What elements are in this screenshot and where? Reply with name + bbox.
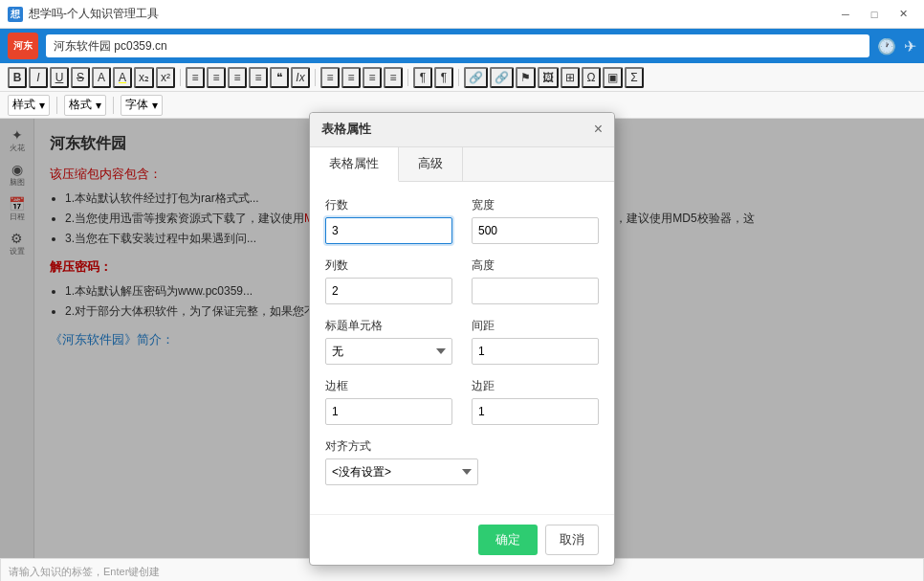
toolbar: B I U S A A x₂ x² ≡ ≡ ≡ ≡ ❝ Ix ≡ ≡ ≡ ≡ ¶… [0, 63, 924, 92]
italic-button[interactable]: I [29, 67, 48, 88]
paragraph2-button[interactable]: ¶ [434, 67, 453, 88]
height-input[interactable] [472, 278, 599, 304]
subscript-button[interactable]: x₂ [134, 67, 154, 88]
padding-input[interactable] [472, 398, 599, 425]
window-controls: ─ □ ✕ [832, 4, 916, 25]
modal-title: 表格属性 [321, 121, 371, 138]
list-unordered-button[interactable]: ≡ [207, 67, 226, 88]
modal-body: 行数 宽度 列数 高度 [310, 182, 614, 514]
flag-button[interactable]: ⚑ [516, 67, 536, 88]
rows-label: 行数 [325, 197, 452, 213]
spacing-input[interactable] [472, 338, 599, 365]
paragraph-button[interactable]: ¶ [413, 67, 432, 88]
font-arrow: ▾ [152, 99, 158, 112]
format-arrow: ▾ [96, 99, 101, 112]
modal-close-button[interactable]: × [594, 122, 603, 137]
sep5 [56, 97, 57, 114]
style-select[interactable]: 样式 ▾ [8, 95, 50, 116]
rows-group: 行数 [325, 197, 452, 244]
form-row-2: 列数 高度 [325, 257, 599, 304]
app-icon: 想 [8, 7, 23, 22]
align-select[interactable]: <没有设置> 左对齐 居中 右对齐 [325, 458, 478, 485]
header-group: 标题单元格 无 第一行 第一列 两者 [325, 318, 452, 365]
blockquote-button[interactable]: ❝ [270, 67, 289, 88]
border-input[interactable] [325, 398, 452, 425]
table-button[interactable]: ⊞ [561, 67, 580, 88]
table-properties-dialog: 表格属性 × 表格属性 高级 行数 [309, 112, 615, 566]
form-row-4: 边框 边距 [325, 378, 599, 425]
padding-label: 边距 [472, 378, 599, 394]
title-bar-left: 想 想学吗-个人知识管理工具 [8, 6, 159, 22]
special-char-button[interactable]: Ω [582, 67, 601, 88]
padding-group: 边距 [472, 378, 599, 425]
tag-placeholder: 请输入知识的标签，Enter键创建 [9, 565, 160, 579]
height-label: 高度 [472, 257, 599, 274]
superscript-button[interactable]: x² [156, 67, 175, 88]
header-select[interactable]: 无 第一行 第一列 两者 [325, 338, 452, 365]
style-arrow: ▾ [39, 99, 45, 112]
width-group: 宽度 [472, 197, 599, 244]
sep2 [315, 69, 316, 86]
strikethrough-button[interactable]: S [71, 67, 90, 88]
close-button[interactable]: ✕ [890, 4, 916, 25]
history-icon[interactable]: 🕐 [877, 37, 896, 56]
clear-format-button[interactable]: Ix [291, 67, 310, 88]
align-center-button[interactable]: ≡ [341, 67, 361, 88]
form-row-3: 标题单元格 无 第一行 第一列 两者 间距 [325, 318, 599, 365]
address-bar[interactable]: 河东软件园 pc0359.cn [46, 34, 869, 57]
nav-logo: 河东 [8, 33, 38, 59]
modal-header: 表格属性 × [310, 113, 614, 147]
list-ordered-button[interactable]: ≡ [186, 67, 205, 88]
minimize-button[interactable]: ─ [832, 4, 859, 25]
border-group: 边框 [325, 378, 452, 425]
image-button[interactable]: 🖼 [538, 67, 559, 88]
unlink-button[interactable]: 🔗 [490, 67, 514, 88]
cols-input[interactable] [325, 278, 452, 304]
form-row-5: 对齐方式 <没有设置> 左对齐 居中 右对齐 [325, 438, 599, 485]
link-button[interactable]: 🔗 [464, 67, 488, 88]
media-button[interactable]: ▣ [603, 67, 623, 88]
spacing-label: 间距 [472, 318, 599, 334]
underline-button[interactable]: U [50, 67, 69, 88]
tab-table-properties[interactable]: 表格属性 [310, 147, 399, 182]
spacing-group: 间距 [472, 318, 599, 365]
tab-advanced[interactable]: 高级 [399, 147, 463, 181]
height-group: 高度 [472, 257, 599, 304]
cols-group: 列数 [325, 257, 452, 304]
font-select[interactable]: 字体 ▾ [121, 95, 163, 116]
bold-button[interactable]: B [8, 67, 27, 88]
form-row-1: 行数 宽度 [325, 197, 599, 244]
align-label: 对齐方式 [325, 438, 599, 455]
formula-button[interactable]: Σ [625, 67, 644, 88]
indent-button[interactable]: ≡ [228, 67, 247, 88]
width-input[interactable] [472, 217, 599, 244]
font-color-button[interactable]: A [92, 67, 111, 88]
header-label: 标题单元格 [325, 318, 452, 334]
address-text: 河东软件园 pc0359.cn [54, 38, 167, 55]
format-select[interactable]: 格式 ▾ [64, 95, 106, 116]
sep3 [407, 69, 408, 86]
share-icon[interactable]: ✈ [904, 37, 916, 56]
sep4 [458, 69, 459, 86]
rows-input[interactable] [325, 217, 452, 244]
align-group: 对齐方式 <没有设置> 左对齐 居中 右对齐 [325, 438, 599, 485]
sep1 [180, 69, 181, 86]
style-label: 样式 [12, 97, 35, 113]
align-justify-button[interactable]: ≡ [384, 67, 403, 88]
confirm-button[interactable]: 确定 [478, 525, 538, 555]
align-right-button[interactable]: ≡ [363, 67, 382, 88]
app-title: 想学吗-个人知识管理工具 [29, 6, 159, 22]
cancel-button[interactable]: 取消 [545, 525, 599, 555]
width-label: 宽度 [472, 197, 599, 213]
cols-label: 列数 [325, 257, 452, 274]
font-label: 字体 [125, 97, 148, 113]
modal-overlay: 表格属性 × 表格属性 高级 行数 [0, 119, 924, 558]
highlight-button[interactable]: A [113, 67, 132, 88]
nav-actions: 🕐 ✈ [877, 37, 916, 56]
maximize-button[interactable]: □ [861, 4, 888, 25]
align-left-button[interactable]: ≡ [320, 67, 340, 88]
border-label: 边框 [325, 378, 452, 394]
sep6 [113, 97, 114, 114]
modal-footer: 确定 取消 [310, 514, 614, 565]
outdent-button[interactable]: ≡ [249, 67, 268, 88]
